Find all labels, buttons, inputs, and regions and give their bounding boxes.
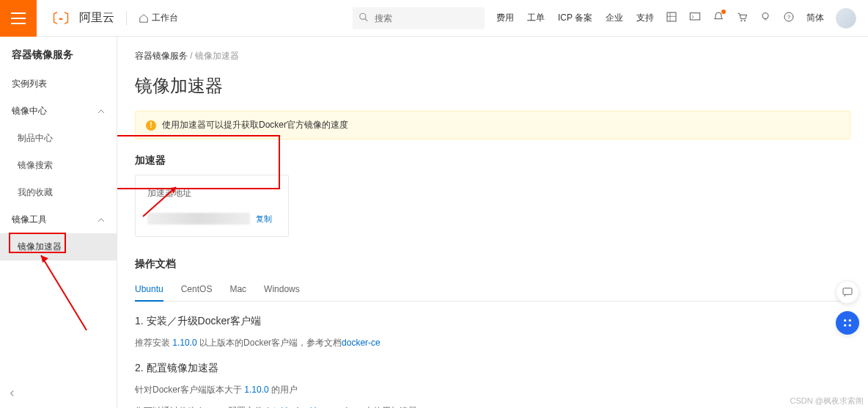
breadcrumb-sub: 镜像加速器 bbox=[195, 51, 239, 61]
ops-doc-title: 操作文档 bbox=[135, 258, 850, 271]
step1-title: 1. 安装／升级Docker客户端 bbox=[135, 315, 850, 328]
apps-button[interactable] bbox=[836, 311, 859, 335]
copy-button[interactable]: 复制 bbox=[256, 214, 272, 225]
lang-switch[interactable]: 简体 bbox=[806, 12, 824, 24]
os-tabs: Ubuntu CentOS Mac Windows bbox=[135, 278, 850, 302]
svg-point-21 bbox=[849, 319, 851, 321]
svg-rect-0 bbox=[11, 12, 26, 14]
sidebar-item-image-tools[interactable]: 镜像工具 bbox=[0, 206, 117, 233]
cloudshell-icon[interactable] bbox=[689, 11, 701, 25]
tab-mac[interactable]: Mac bbox=[229, 278, 246, 302]
nav-enterprise[interactable]: 企业 bbox=[606, 12, 623, 24]
svg-text:?: ? bbox=[787, 14, 791, 21]
step2-line1: 针对Docker客户端版本大于 1.10.0 的用户 bbox=[135, 382, 850, 398]
accelerator-section-title: 加速器 bbox=[135, 154, 850, 167]
logo[interactable]: 〔-〕 阿里云 bbox=[45, 10, 114, 27]
search-icon bbox=[358, 12, 369, 24]
logo-text: 阿里云 bbox=[79, 10, 114, 26]
search-input[interactable] bbox=[353, 7, 485, 29]
content: 容器镜像服务 / 镜像加速器 镜像加速器 ! 使用加速器可以提升获取Docker… bbox=[117, 37, 868, 408]
svg-point-20 bbox=[844, 319, 846, 321]
svg-rect-2 bbox=[11, 23, 26, 24]
chevron-up-icon bbox=[98, 216, 105, 224]
sidebar-item-artifacts[interactable]: 制品中心 bbox=[0, 125, 117, 152]
breadcrumb-main[interactable]: 容器镜像服务 bbox=[135, 51, 188, 61]
breadcrumb: 容器镜像服务 / 镜像加速器 bbox=[135, 37, 850, 68]
notification-icon[interactable] bbox=[713, 11, 724, 25]
svg-point-3 bbox=[360, 13, 366, 19]
step1-text: 推荐安装 1.10.0 以上版本的Docker客户端，参考文档docker-ce bbox=[135, 335, 850, 351]
tab-ubuntu[interactable]: Ubuntu bbox=[135, 278, 163, 302]
top-icons: ? 简体 bbox=[666, 8, 856, 29]
sidebar-item-favorites[interactable]: 我的收藏 bbox=[0, 179, 117, 206]
step2-title: 2. 配置镜像加速器 bbox=[135, 362, 850, 375]
svg-rect-19 bbox=[843, 288, 852, 295]
svg-rect-5 bbox=[667, 12, 676, 21]
app-icon[interactable] bbox=[666, 11, 677, 25]
nav-cost[interactable]: 费用 bbox=[496, 12, 514, 24]
sidebar: 容器镜像服务 实例列表 镜像中心 制品中心 镜像搜索 我的收藏 镜像工具 镜像加… bbox=[0, 37, 117, 408]
nav-support[interactable]: 支持 bbox=[636, 12, 654, 24]
accelerator-address-value bbox=[147, 213, 250, 225]
search-box bbox=[353, 7, 485, 29]
worktable-link[interactable]: 工作台 bbox=[139, 12, 178, 24]
avatar[interactable] bbox=[836, 8, 856, 29]
svg-point-11 bbox=[762, 13, 768, 19]
page-title: 镜像加速器 bbox=[135, 74, 850, 98]
chevron-up-icon bbox=[98, 108, 105, 115]
svg-point-9 bbox=[740, 20, 742, 21]
svg-point-22 bbox=[844, 324, 846, 327]
nav-icp[interactable]: ICP 备案 bbox=[558, 12, 592, 24]
top-header: 〔-〕 阿里云 工作台 费用 工单 ICP 备案 企业 支持 ? 简体 bbox=[0, 0, 868, 37]
nav-ticket[interactable]: 工单 bbox=[527, 12, 545, 24]
aliyun-logo-icon: 〔-〕 bbox=[45, 10, 76, 27]
home-icon bbox=[139, 13, 149, 23]
watermark: CSDN @枫夜求索阁 bbox=[790, 396, 864, 407]
sidebar-item-accelerator[interactable]: 镜像加速器 bbox=[0, 233, 117, 261]
tab-windows[interactable]: Windows bbox=[264, 278, 300, 302]
sidebar-item-search[interactable]: 镜像搜索 bbox=[0, 152, 117, 179]
accelerator-address-box: 加速器地址 复制 bbox=[135, 175, 289, 237]
float-buttons bbox=[836, 280, 859, 335]
cart-icon[interactable] bbox=[736, 11, 748, 25]
svg-rect-1 bbox=[11, 18, 26, 19]
svg-line-4 bbox=[365, 18, 368, 21]
sidebar-collapse-button[interactable] bbox=[7, 388, 18, 401]
sidebar-item-instances[interactable]: 实例列表 bbox=[0, 70, 117, 98]
banner-text: 使用加速器可以提升获取Docker官方镜像的速度 bbox=[162, 119, 348, 131]
menu-toggle-button[interactable] bbox=[0, 0, 37, 37]
info-banner: ! 使用加速器可以提升获取Docker官方镜像的速度 bbox=[135, 111, 850, 139]
addr-label: 加速器地址 bbox=[147, 187, 276, 200]
lightbulb-icon[interactable] bbox=[760, 11, 771, 25]
sidebar-item-image-center[interactable]: 镜像中心 bbox=[0, 98, 117, 125]
svg-point-10 bbox=[744, 20, 746, 21]
svg-rect-8 bbox=[690, 13, 699, 20]
feedback-button[interactable] bbox=[836, 280, 859, 304]
step2-line2: 您可以通过修改daemon配置文件 /etc/docker/daemon.jso… bbox=[135, 404, 850, 408]
docker-ce-link[interactable]: docker-ce bbox=[342, 338, 380, 348]
svg-point-23 bbox=[849, 324, 851, 327]
info-icon: ! bbox=[146, 120, 156, 131]
help-icon[interactable]: ? bbox=[783, 11, 795, 25]
sidebar-title: 容器镜像服务 bbox=[0, 37, 117, 70]
divider bbox=[126, 11, 127, 26]
top-nav: 费用 工单 ICP 备案 企业 支持 bbox=[496, 12, 654, 24]
notification-dot bbox=[721, 10, 726, 14]
tab-centos[interactable]: CentOS bbox=[181, 278, 213, 302]
